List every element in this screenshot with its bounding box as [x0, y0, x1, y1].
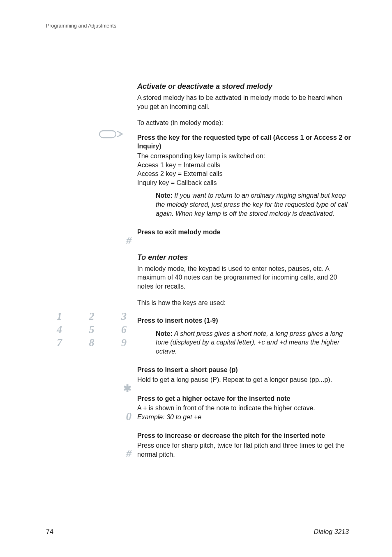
line: Access 2 key = External calls [137, 169, 351, 178]
line: Inquiry key = Callback calls [137, 178, 351, 187]
keypad-2: 2 [89, 310, 95, 323]
step-heading-pause: Press to insert a short pause (p) [137, 365, 351, 374]
function-key-icon [99, 129, 124, 139]
keypad-4: 4 [57, 324, 62, 336]
hash-icon-2: # [45, 448, 131, 459]
star-icon: ✱ [45, 384, 131, 393]
keypad-8: 8 [89, 337, 95, 349]
step-body: The corresponding key lamp is switched o… [137, 152, 351, 187]
lead-text-2: This is how the keys are used: [137, 298, 351, 307]
keypad-7: 7 [57, 337, 62, 349]
line: Access 1 key = Internal calls [137, 161, 351, 170]
intro-text: A stored melody has to be activated in m… [137, 93, 351, 111]
note-body: If you want to return to an ordinary rin… [156, 192, 348, 217]
note: Note: If you want to return to an ordina… [137, 191, 351, 218]
keypad-9: 9 [121, 337, 127, 349]
svg-rect-0 [99, 131, 116, 138]
keypad-3: 3 [121, 310, 127, 323]
note-label: Note: [156, 192, 173, 199]
section-title-notes: To enter notes [137, 253, 351, 262]
zero-icon: 0 [45, 411, 131, 422]
keypad-6: 6 [121, 324, 127, 336]
running-header: Programming and Adjustments [46, 23, 116, 29]
intro-text-2: In melody mode, the keypad is used to en… [137, 264, 351, 291]
step-heading-access: Press the key for the requested type of … [137, 133, 351, 151]
step-heading-insert: Press to insert notes (1-9) [137, 316, 351, 325]
step-heading-exit: Press to exit melody mode [137, 228, 351, 237]
section-title-activate: Activate or deactivate a stored melody [137, 82, 351, 91]
keypad-illustration: 123 456 789 [57, 310, 127, 350]
step-heading-pitch: Press to increase or decrease the pitch … [137, 431, 351, 440]
example-text: Example: 30 to get +e [137, 414, 201, 421]
note-label: Note: [156, 330, 173, 337]
hash-icon: # [45, 236, 131, 246]
svg-point-1 [119, 133, 120, 134]
model-name: Dialog 3213 [314, 528, 349, 536]
line: The corresponding key lamp is switched o… [137, 152, 351, 161]
body-text: A + is shown in front of the note to ind… [137, 404, 315, 411]
body-text: Press once for sharp pitch, twice for fl… [137, 441, 351, 459]
keypad-5: 5 [89, 324, 95, 336]
page-number: 74 [46, 528, 53, 536]
body-text: Hold to get a long pause (P). Repeat to … [137, 375, 351, 384]
note-body: A short press gives a short note, a long… [156, 330, 343, 355]
lead-text: To activate (in melody mode): [137, 118, 351, 127]
note: Note: A short press gives a short note, … [137, 329, 351, 356]
keypad-1: 1 [57, 310, 62, 323]
step-heading-octave: Press to get a higher octave for the ins… [137, 394, 351, 403]
